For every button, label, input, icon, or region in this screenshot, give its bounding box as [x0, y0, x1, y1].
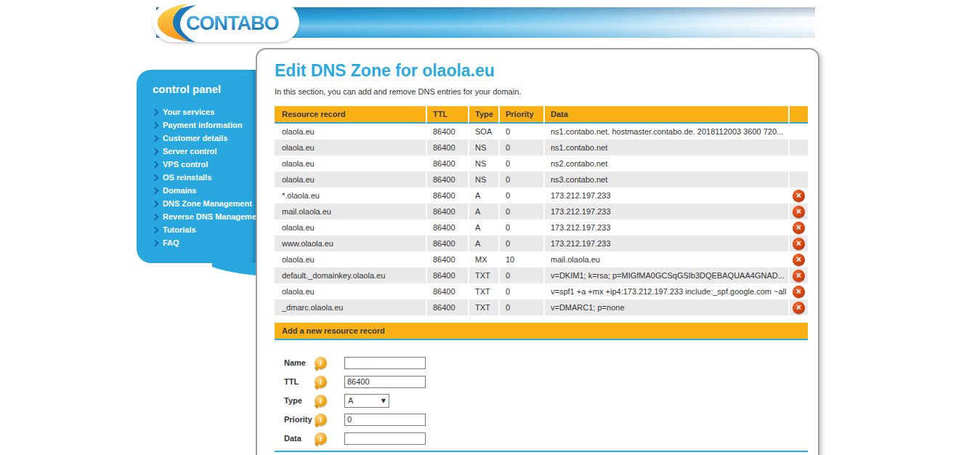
dns-record-row: default._domainkey.olaola.eu 86400 TXT 0…	[275, 267, 808, 283]
data-cell: ns1.contabo.net. hostmaster.contabo.de. …	[543, 124, 788, 140]
chevron-right-icon	[152, 213, 159, 220]
sidebar-item-label: Tutorials	[163, 225, 196, 234]
info-icon[interactable]: i	[315, 357, 327, 369]
sidebar-item-your-services[interactable]: Your services	[153, 105, 257, 118]
sidebar-item-server-control[interactable]: Server control	[153, 145, 257, 158]
name-field[interactable]	[344, 357, 426, 369]
delete-record-button[interactable]: ×	[793, 286, 805, 298]
sidebar-item-dns-zone-management[interactable]: DNS Zone Management	[153, 197, 257, 210]
data-cell: 173.212.197.233	[543, 235, 788, 251]
dns-record-row: _dmarc.olaola.eu 86400 TXT 0 v=DMARC1; p…	[275, 299, 808, 315]
chevron-right-icon	[152, 239, 159, 246]
actions-cell	[788, 172, 808, 188]
ttl-cell: 86400	[426, 156, 468, 172]
info-icon[interactable]: i	[315, 395, 327, 407]
priority-cell: 0	[498, 235, 543, 251]
record-cell: www.olaola.eu	[275, 235, 426, 251]
priority-field[interactable]	[344, 414, 426, 426]
actions-cell: ×	[788, 188, 808, 204]
column-header-type: Type	[468, 106, 498, 124]
ttl-field[interactable]	[344, 376, 426, 388]
sidebar-item-os-reinstalls[interactable]: OS reinstalls	[153, 171, 257, 184]
page-title: Edit DNS Zone for olaola.eu	[275, 61, 808, 81]
actions-cell	[788, 140, 808, 156]
record-cell: olaola.eu	[275, 156, 426, 172]
actions-cell: ×	[788, 251, 808, 267]
priority-cell: 0	[498, 124, 543, 140]
actions-cell	[788, 156, 808, 172]
dns-record-row: mail.olaola.eu 86400 A 0 173.212.197.233…	[275, 204, 808, 220]
delete-record-button[interactable]: ×	[793, 270, 805, 282]
bottom-divider	[275, 451, 808, 452]
delete-record-button[interactable]: ×	[793, 238, 805, 250]
type-cell: A	[468, 220, 498, 235]
actions-cell: ×	[788, 204, 808, 220]
delete-record-button[interactable]: ×	[793, 302, 805, 314]
delete-record-button[interactable]: ×	[793, 190, 805, 202]
column-header-resource-record: Resource record	[275, 106, 426, 124]
chevron-right-icon	[152, 161, 159, 168]
dns-record-row: olaola.eu 86400 SOA 0 ns1.contabo.net. h…	[275, 124, 808, 140]
data-cell: mail.olaola.eu	[543, 251, 788, 267]
sidebar-bubble-tail	[212, 262, 257, 277]
info-icon[interactable]: i	[315, 414, 327, 426]
sidebar: control panel Your services Payment info…	[137, 70, 257, 263]
name-label: Name	[284, 358, 315, 367]
form-row-name: Name i	[284, 356, 808, 369]
priority-cell: 0	[498, 188, 543, 204]
dns-record-row: olaola.eu 86400 NS 0 ns3.contabo.net	[275, 172, 808, 188]
info-icon[interactable]: i	[315, 376, 327, 388]
data-cell: v=DKIM1; k=rsa; p=MIGfMA0GCSqGSIb3DQEBAQ…	[543, 267, 788, 283]
record-cell: olaola.eu	[275, 124, 426, 140]
delete-record-button[interactable]: ×	[793, 254, 805, 266]
data-cell: v=spf1 +a +mx +ip4:173.212.197.233 inclu…	[543, 283, 788, 299]
svg-text:CONTABO: CONTABO	[186, 12, 279, 34]
column-header-data: Data	[543, 106, 788, 124]
add-record-form: Name i TTL i Type i A ▼ Priority i Data …	[275, 356, 808, 445]
type-cell: A	[468, 235, 498, 251]
sidebar-item-customer-details[interactable]: Customer details	[153, 132, 257, 145]
record-cell: *.olaola.eu	[275, 188, 426, 204]
sidebar-item-label: Customer details	[163, 134, 227, 142]
ttl-cell: 86400	[426, 267, 468, 283]
info-icon[interactable]: i	[315, 432, 327, 445]
type-select[interactable]: A ▼	[344, 394, 389, 408]
column-header-actions	[788, 106, 808, 124]
add-record-section-header: Add a new resource record	[275, 323, 808, 340]
sidebar-item-vps-control[interactable]: VPS control	[153, 158, 257, 171]
data-field[interactable]	[344, 432, 426, 445]
sidebar-item-domains[interactable]: Domains	[153, 184, 257, 197]
data-cell: 173.212.197.233	[543, 188, 788, 204]
sidebar-item-label: Server control	[163, 147, 217, 156]
sidebar-item-faq[interactable]: FAQ	[153, 236, 257, 249]
data-cell: 173.212.197.233	[543, 220, 788, 235]
ttl-label: TTL	[284, 377, 315, 386]
delete-record-button[interactable]: ×	[793, 222, 805, 234]
priority-cell: 0	[498, 299, 543, 315]
sidebar-item-label: Domains	[163, 186, 196, 195]
contabo-logo[interactable]: CONTABO	[153, 2, 299, 42]
sidebar-title: control panel	[153, 83, 257, 95]
data-cell: ns3.contabo.net	[543, 172, 788, 188]
record-cell: _dmarc.olaola.eu	[275, 299, 426, 315]
ttl-cell: 86400	[426, 188, 468, 204]
dns-record-row: www.olaola.eu 86400 A 0 173.212.197.233 …	[275, 235, 808, 251]
sidebar-item-payment-information[interactable]: Payment information	[153, 118, 257, 132]
ttl-cell: 86400	[426, 220, 468, 235]
sidebar-item-reverse-dns-management[interactable]: Reverse DNS Management	[153, 210, 257, 223]
dns-records-body: olaola.eu 86400 SOA 0 ns1.contabo.net. h…	[275, 124, 808, 315]
chevron-right-icon	[152, 226, 159, 233]
dns-record-row: olaola.eu 86400 TXT 0 v=spf1 +a +mx +ip4…	[275, 283, 808, 299]
type-cell: MX	[468, 251, 498, 267]
record-cell: olaola.eu	[275, 251, 426, 267]
chevron-right-icon	[152, 134, 159, 142]
form-row-type: Type i A ▼	[284, 394, 808, 407]
delete-record-button[interactable]: ×	[793, 206, 805, 218]
record-cell: default._domainkey.olaola.eu	[275, 267, 426, 283]
ttl-cell: 86400	[426, 172, 468, 188]
sidebar-item-tutorials[interactable]: Tutorials	[153, 223, 257, 236]
contabo-logo-image: CONTABO	[153, 2, 299, 42]
ttl-cell: 86400	[426, 235, 468, 251]
dns-zone-panel: Edit DNS Zone for olaola.eu In this sect…	[256, 48, 819, 455]
actions-cell: ×	[788, 267, 808, 283]
